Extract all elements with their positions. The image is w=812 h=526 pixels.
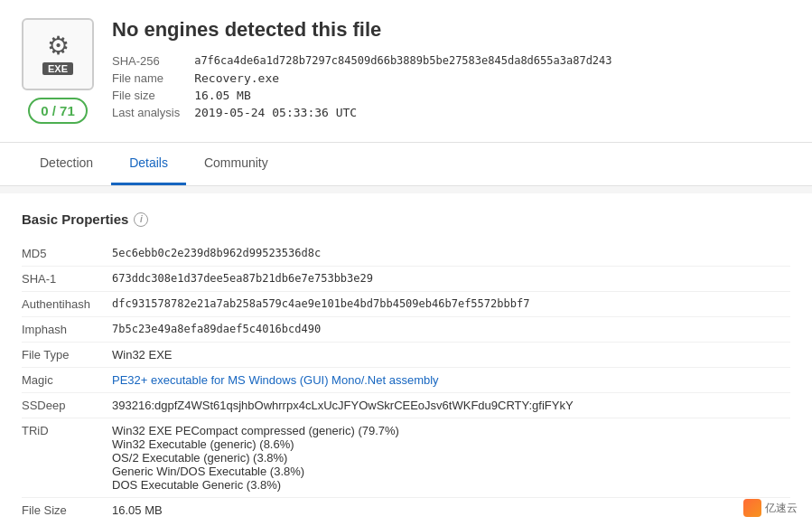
property-value: dfc931578782e21a7ab258a579c4ae9e101be4bd… [112, 292, 790, 317]
tab-details[interactable]: Details [111, 143, 186, 185]
property-value: PE32+ executable for MS Windows (GUI) Mo… [112, 368, 790, 393]
info-value: 2019-05-24 05:33:36 UTC [194, 104, 626, 121]
property-label: File Size [22, 498, 112, 523]
file-icon: ⚙ EXE [22, 18, 94, 90]
property-value: Win32 EXE PECompact compressed (generic)… [112, 418, 790, 498]
page-title: No engines detected this file [112, 18, 790, 42]
info-value: a7f6ca4de6a1d728b7297c84509d66b3889b5be2… [194, 52, 626, 70]
tabs-section: DetectionDetailsCommunity [0, 143, 812, 186]
info-label: Last analysis [112, 104, 194, 121]
property-row: File Size16.05 MB [22, 498, 790, 523]
info-label: File size [112, 87, 194, 104]
properties-table: MD55ec6ebb0c2e239d8b962d99523536d8cSHA-1… [22, 241, 790, 522]
info-row: File size16.05 MB [112, 87, 627, 104]
property-value: 16.05 MB [112, 498, 790, 523]
content-section: Basic Properties i MD55ec6ebb0c2e239d8b9… [0, 193, 812, 526]
info-row: Last analysis2019-05-24 05:33:36 UTC [112, 104, 627, 121]
property-row: Imphash7b5c23e49a8efa89daef5c4016bcd490 [22, 317, 790, 343]
property-label: Authentihash [22, 292, 112, 317]
property-label: SHA-1 [22, 267, 112, 292]
property-label: File Type [22, 343, 112, 368]
file-info-table: SHA-256a7f6ca4de6a1d728b7297c84509d66b38… [112, 52, 627, 121]
property-row: MD55ec6ebb0c2e239d8b962d99523536d8c [22, 241, 790, 267]
property-value: Win32 EXE [112, 343, 790, 368]
header-info: No engines detected this file SHA-256a7f… [112, 18, 790, 121]
gear-icon: ⚙ [47, 33, 70, 59]
info-value: Recovery.exe [194, 70, 626, 87]
property-row: File TypeWin32 EXE [22, 343, 790, 368]
watermark: 亿速云 [743, 499, 798, 517]
info-label: SHA-256 [112, 52, 194, 70]
property-row: Authentihashdfc931578782e21a7ab258a579c4… [22, 292, 790, 317]
file-icon-wrapper: ⚙ EXE 0 / 71 [22, 18, 94, 124]
header-section: ⚙ EXE 0 / 71 No engines detected this fi… [0, 0, 812, 143]
property-label: MD5 [22, 241, 112, 267]
tab-community[interactable]: Community [186, 143, 286, 185]
property-label: Magic [22, 368, 112, 393]
info-row: File nameRecovery.exe [112, 70, 627, 87]
property-value: 7b5c23e49a8efa89daef5c4016bcd490 [112, 317, 790, 343]
file-extension-badge: EXE [42, 62, 73, 75]
property-row: MagicPE32+ executable for MS Windows (GU… [22, 368, 790, 393]
watermark-text: 亿速云 [765, 501, 798, 516]
property-label: Imphash [22, 317, 112, 343]
score-badge: 0 / 71 [28, 98, 88, 124]
property-value: 393216:dgpfZ4WSt61qsjhbOwhrrpx4cLxUcJFYO… [112, 393, 790, 418]
section-title-text: Basic Properties [22, 211, 128, 227]
property-label: SSDeep [22, 393, 112, 418]
tab-detection[interactable]: Detection [22, 143, 111, 185]
property-row: SSDeep393216:dgpfZ4WSt61qsjhbOwhrrpx4cLx… [22, 393, 790, 418]
watermark-logo [743, 499, 761, 517]
info-row: SHA-256a7f6ca4de6a1d728b7297c84509d66b38… [112, 52, 627, 70]
info-value: 16.05 MB [194, 87, 626, 104]
section-title: Basic Properties i [22, 211, 790, 227]
property-value: 5ec6ebb0c2e239d8b962d99523536d8c [112, 241, 790, 267]
info-icon: i [134, 212, 148, 227]
property-row: SHA-1673ddc308e1d37dee5ea87b21db6e7e753b… [22, 267, 790, 292]
property-row: TRiDWin32 EXE PECompact compressed (gene… [22, 418, 790, 498]
property-value: 673ddc308e1d37dee5ea87b21db6e7e753bb3e29 [112, 267, 790, 292]
info-label: File name [112, 70, 194, 87]
property-label: TRiD [22, 418, 112, 498]
